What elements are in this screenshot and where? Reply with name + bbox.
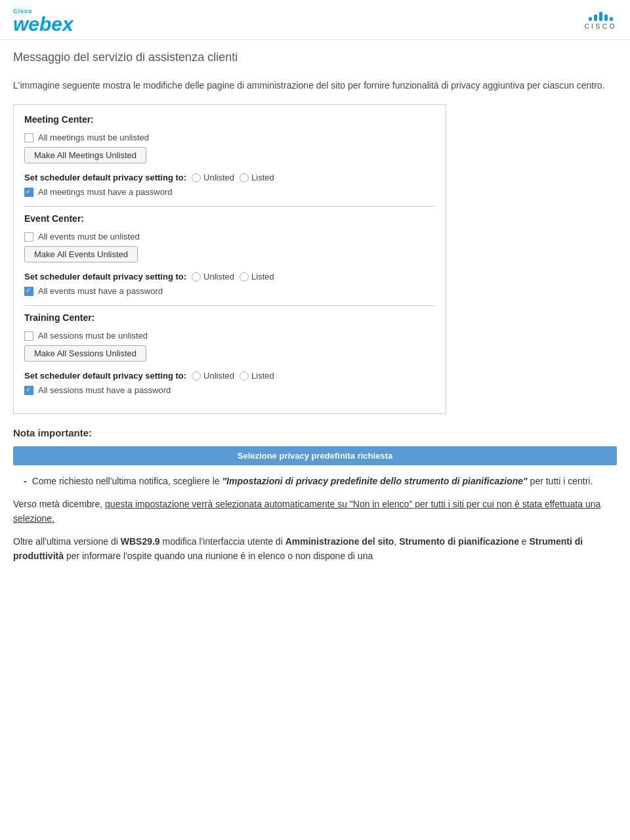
training-center-title: Training Center: (24, 312, 435, 326)
session-listed-radio[interactable]: Listed (240, 371, 274, 381)
session-listed-radio-label: Listed (251, 371, 274, 381)
session-password-checkbox[interactable] (24, 386, 33, 395)
wbs-version: WBS29.9 (121, 536, 160, 547)
note-text-prefix: Verso metà dicembre, (13, 499, 105, 509)
divider-1 (24, 206, 435, 207)
meeting-unlisted-label: All meetings must be unlisted (38, 133, 149, 142)
training-center-section: Training Center: All sessions must be un… (24, 312, 435, 395)
admin-site: Amministrazione del sito (285, 536, 394, 547)
meeting-center-title: Meeting Center: (24, 114, 435, 127)
bullet-list: - Come richiesto nell'ultima notifica, s… (13, 474, 617, 488)
meeting-unlisted-radio-label: Unlisted (203, 173, 234, 182)
make-all-meetings-unlisted-button[interactable]: Make All Meetings Unlisted (24, 147, 146, 163)
meeting-listed-radio-label: Listed (251, 173, 274, 182)
bullet1-content: Come richiesto nell'ultima notifica, sce… (32, 474, 593, 488)
event-listed-radio-label: Listed (251, 272, 274, 282)
main-content: L'immagine seguente mostra le modifiche … (0, 72, 630, 583)
meeting-unlisted-checkbox[interactable] (24, 133, 33, 142)
event-unlisted-checkbox-row: All events must be unlisted (24, 232, 435, 242)
event-unlisted-radio[interactable]: Unlisted (192, 272, 234, 282)
session-unlisted-label: All sessions must be unlisted (38, 331, 148, 341)
webex-text-logo: webex (13, 14, 74, 34)
meeting-unlisted-radio-icon[interactable] (192, 173, 201, 182)
event-listed-radio[interactable]: Listed (240, 272, 274, 282)
meeting-listed-radio-icon[interactable] (240, 173, 249, 182)
meeting-password-checkbox[interactable] (24, 188, 33, 197)
meeting-privacy-label: Set scheduler default privacy setting to… (24, 173, 186, 182)
outro1: Oltre all'ultima versione di (13, 536, 121, 547)
meeting-privacy-row: Set scheduler default privacy setting to… (24, 173, 435, 182)
meeting-password-label: All meetings must have a password (38, 187, 172, 197)
cisco-wave-icon (589, 12, 613, 21)
bullet1-text2: per tutti i centri. (528, 476, 593, 486)
session-unlisted-radio-label: Unlisted (203, 371, 234, 381)
cisco-logo: CISCO (584, 12, 617, 30)
event-center-section: Event Center: All events must be unliste… (24, 213, 435, 296)
event-privacy-label: Set scheduler default privacy setting to… (24, 272, 186, 282)
session-unlisted-radio[interactable]: Unlisted (192, 371, 234, 381)
session-privacy-row: Set scheduler default privacy setting to… (24, 371, 435, 381)
divider-2 (24, 305, 435, 306)
outro-text: Oltre all'ultima versione di WBS29.9 mod… (13, 535, 617, 563)
bullet1-italic: "Impostazioni di privacy predefinite del… (222, 476, 527, 486)
blue-banner: Selezione privacy predefinita richiesta (13, 446, 617, 465)
outro-end: per informare l'ospite quando una riunio… (64, 551, 373, 561)
header: Cisco webex CISCO (0, 0, 630, 40)
meeting-listed-radio[interactable]: Listed (240, 173, 274, 182)
session-privacy-label: Set scheduler default privacy setting to… (24, 371, 186, 381)
event-unlisted-label: All events must be unlisted (38, 232, 140, 242)
event-password-checkbox[interactable] (24, 287, 33, 296)
webex-logo: Cisco webex (13, 8, 74, 34)
outro2: modifica l'interfaccia utente di (160, 536, 285, 547)
make-all-sessions-unlisted-button[interactable]: Make All Sessions Unlisted (24, 345, 146, 362)
event-center-title: Event Center: (24, 213, 435, 226)
nota-section: Nota importante: Selezione privacy prede… (13, 427, 617, 564)
make-all-events-unlisted-button[interactable]: Make All Events Unlisted (24, 246, 138, 262)
session-unlisted-checkbox[interactable] (24, 331, 33, 341)
event-unlisted-radio-icon[interactable] (192, 272, 201, 282)
session-password-checkbox-row: All sessions must have a password (24, 385, 435, 395)
bullet-dash: - (24, 474, 27, 488)
meeting-unlisted-checkbox-row: All meetings must be unlisted (24, 133, 435, 142)
cisco-text: CISCO (584, 22, 617, 30)
session-listed-radio-icon[interactable] (240, 371, 249, 381)
nota-title: Nota importante: (13, 427, 617, 438)
event-unlisted-checkbox[interactable] (24, 232, 33, 242)
session-password-label: All sessions must have a password (38, 385, 171, 395)
page-title: Messaggio del servizio di assistenza cli… (0, 40, 630, 72)
meeting-unlisted-radio[interactable]: Unlisted (192, 173, 234, 182)
intro-text: L'immagine seguente mostra le modifiche … (13, 79, 617, 93)
bullet1-text1: Come richiesto nell'ultima notifica, sce… (32, 476, 222, 486)
event-password-label: All events must have a password (38, 286, 163, 296)
session-unlisted-radio-icon[interactable] (192, 371, 201, 381)
session-unlisted-checkbox-row: All sessions must be unlisted (24, 331, 435, 341)
event-listed-radio-icon[interactable] (240, 272, 249, 282)
event-privacy-row: Set scheduler default privacy setting to… (24, 272, 435, 282)
event-password-checkbox-row: All events must have a password (24, 286, 435, 296)
meeting-center-section: Meeting Center: All meetings must be unl… (24, 114, 435, 197)
note-text: Verso metà dicembre, questa impostazione… (13, 497, 617, 526)
admin-panel: Meeting Center: All meetings must be unl… (13, 104, 446, 414)
scheduler-tool: Strumento di pianificazione (399, 536, 519, 547)
meeting-password-checkbox-row: All meetings must have a password (24, 187, 435, 197)
event-unlisted-radio-label: Unlisted (203, 272, 234, 282)
bullet-item-1: - Come richiesto nell'ultima notifica, s… (24, 474, 617, 488)
